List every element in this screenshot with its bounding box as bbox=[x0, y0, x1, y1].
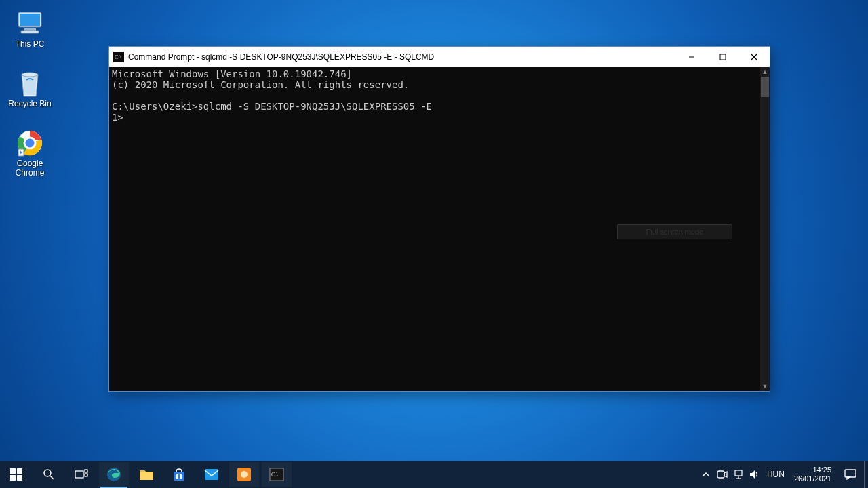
svg-rect-18 bbox=[17, 475, 22, 481]
svg-rect-28 bbox=[180, 476, 182, 479]
desktop-icon-this-pc[interactable]: This PC bbox=[5, 9, 54, 49]
show-desktop-button[interactable] bbox=[864, 461, 868, 488]
speaker-icon bbox=[749, 470, 760, 479]
tray-meet-now[interactable] bbox=[714, 461, 730, 488]
search-icon bbox=[43, 468, 55, 481]
network-icon bbox=[733, 470, 744, 479]
scrollbar[interactable]: ▲ ▼ bbox=[760, 67, 770, 391]
svg-line-20 bbox=[50, 476, 54, 479]
system-tray: HUN 14:25 26/01/2021 bbox=[698, 461, 868, 488]
scroll-thumb[interactable] bbox=[761, 77, 769, 97]
svg-rect-12 bbox=[720, 54, 726, 60]
svg-point-6 bbox=[24, 138, 35, 148]
cmd-taskbar-icon: C:\ bbox=[269, 468, 284, 481]
camera-icon bbox=[717, 470, 728, 479]
task-view-button[interactable] bbox=[65, 461, 98, 488]
svg-rect-30 bbox=[237, 468, 251, 481]
svg-rect-26 bbox=[180, 474, 182, 476]
start-button[interactable] bbox=[0, 461, 33, 488]
folder-icon bbox=[139, 468, 154, 481]
desktop-icon-recycle-bin[interactable]: Recycle Bin bbox=[5, 69, 54, 108]
svg-point-19 bbox=[44, 470, 51, 476]
svg-marker-39 bbox=[750, 470, 755, 479]
terminal-body[interactable]: Microsoft Windows [Version 10.0.19042.74… bbox=[109, 67, 770, 391]
desktop-icons-column: This PC Recycle Bin bbox=[5, 9, 60, 198]
desktop-icon-chrome[interactable]: Google Chrome bbox=[5, 129, 54, 178]
clock-time: 14:25 bbox=[794, 466, 831, 474]
taskbar-app-edge[interactable] bbox=[98, 461, 130, 488]
minimize-button[interactable] bbox=[676, 47, 707, 67]
taskbar-app-store[interactable] bbox=[163, 461, 195, 488]
clock-date: 26/01/2021 bbox=[794, 474, 831, 483]
svg-rect-25 bbox=[176, 474, 178, 476]
svg-marker-35 bbox=[724, 472, 727, 477]
edge-icon bbox=[106, 467, 121, 482]
svg-rect-40 bbox=[845, 470, 856, 477]
chrome-icon bbox=[14, 129, 46, 156]
svg-point-4 bbox=[22, 73, 38, 77]
svg-rect-3 bbox=[21, 30, 39, 33]
clock[interactable]: 14:25 26/01/2021 bbox=[789, 461, 837, 488]
mail-icon bbox=[204, 468, 219, 481]
svg-point-24 bbox=[107, 468, 121, 481]
search-button[interactable] bbox=[33, 461, 65, 488]
taskbar-left: C:\ bbox=[0, 461, 293, 488]
taskbar-app-generic-orange[interactable] bbox=[228, 461, 260, 488]
language-indicator[interactable]: HUN bbox=[763, 461, 789, 488]
scroll-up-icon[interactable]: ▲ bbox=[760, 67, 770, 77]
svg-rect-16 bbox=[17, 468, 22, 474]
close-button[interactable] bbox=[738, 47, 770, 67]
desktop-icon-label: This PC bbox=[5, 39, 54, 49]
svg-rect-1 bbox=[20, 14, 40, 26]
svg-rect-27 bbox=[176, 476, 178, 479]
tray-network[interactable] bbox=[730, 461, 747, 488]
svg-rect-23 bbox=[85, 474, 87, 476]
svg-text:C:\: C:\ bbox=[115, 54, 122, 60]
svg-rect-15 bbox=[10, 468, 16, 474]
store-icon bbox=[172, 467, 186, 482]
svg-rect-29 bbox=[205, 469, 218, 480]
windows-logo-icon bbox=[10, 468, 22, 481]
this-pc-icon bbox=[14, 9, 46, 37]
svg-rect-17 bbox=[10, 475, 16, 481]
svg-rect-22 bbox=[85, 470, 87, 472]
chevron-up-icon bbox=[703, 471, 709, 478]
taskbar-app-explorer[interactable] bbox=[130, 461, 163, 488]
scroll-down-icon[interactable]: ▼ bbox=[760, 382, 770, 391]
command-prompt-window: C:\ Command Prompt - sqlcmd -S DESKTOP-9… bbox=[108, 46, 770, 392]
cmd-icon: C:\ bbox=[113, 52, 124, 62]
notification-icon bbox=[844, 469, 856, 480]
taskbar: C:\ bbox=[0, 461, 868, 488]
svg-rect-32 bbox=[270, 468, 283, 481]
maximize-button[interactable] bbox=[707, 47, 738, 67]
svg-marker-41 bbox=[847, 477, 850, 479]
tray-volume[interactable] bbox=[747, 461, 763, 488]
desktop-icon-label: Recycle Bin bbox=[5, 99, 54, 108]
titlebar[interactable]: C:\ Command Prompt - sqlcmd -S DESKTOP-9… bbox=[109, 47, 770, 67]
fullscreen-overlay-button[interactable]: Full screen mode bbox=[617, 224, 732, 239]
action-center-button[interactable] bbox=[837, 461, 864, 488]
desktop: This PC Recycle Bin bbox=[0, 0, 868, 488]
desktop-icon-label: Google Chrome bbox=[5, 159, 54, 178]
svg-point-31 bbox=[241, 471, 248, 478]
orange-app-icon bbox=[237, 467, 252, 482]
window-title: Command Prompt - sqlcmd -S DESKTOP-9NQ25… bbox=[128, 52, 434, 62]
svg-rect-21 bbox=[75, 471, 83, 478]
recycle-bin-icon bbox=[14, 69, 46, 96]
taskbar-app-cmd[interactable]: C:\ bbox=[260, 461, 293, 488]
svg-rect-34 bbox=[717, 471, 724, 478]
task-view-icon bbox=[75, 469, 88, 480]
tray-overflow-button[interactable] bbox=[698, 461, 714, 488]
svg-text:C:\: C:\ bbox=[271, 472, 279, 478]
taskbar-app-mail[interactable] bbox=[195, 461, 228, 488]
svg-rect-36 bbox=[735, 470, 742, 476]
